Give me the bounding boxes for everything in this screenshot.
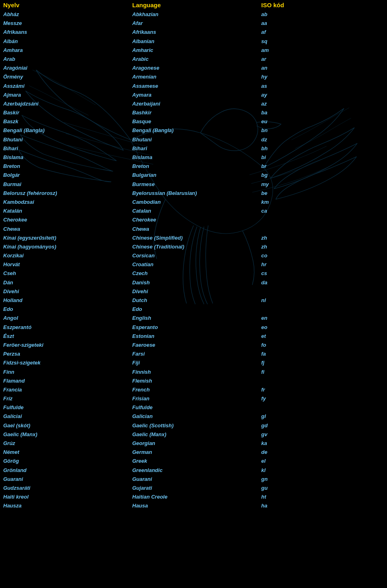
cell-nyelv: Bislama (0, 153, 129, 162)
cell-iso: de (258, 448, 387, 457)
table-row: GudzsarátiGujaratigu (0, 484, 387, 493)
cell-iso: ht (258, 493, 387, 501)
cell-nyelv: Dán (0, 278, 129, 287)
cell-nyelv: Chewa (0, 225, 129, 234)
table-row: KorzikaiCorsicanco (0, 251, 387, 260)
cell-nyelv: Abház (0, 10, 129, 19)
cell-nyelv: Kínai (hagyományos) (0, 242, 129, 251)
cell-language: Aymara (129, 91, 258, 99)
cell-nyelv: Ajmara (0, 91, 129, 99)
cell-iso: am (258, 46, 387, 55)
cell-iso: fj (258, 358, 387, 367)
cell-iso: co (258, 251, 387, 260)
table-row: MesszeAfaraa (0, 19, 387, 28)
table-row: AmharaAmharicam (0, 46, 387, 55)
table-row: GrúzGeorgianka (0, 439, 387, 448)
cell-iso: ay (258, 91, 387, 99)
header-iso: ISO kód (258, 0, 387, 10)
table-row: BhutaniBhutanidz (0, 135, 387, 144)
cell-language: Assamese (129, 82, 258, 91)
cell-iso: ab (258, 10, 387, 19)
table-row: ArabArabicar (0, 55, 387, 64)
cell-nyelv: Német (0, 448, 129, 457)
table-row: AsszámiAssameseas (0, 82, 387, 91)
cell-language: Gaelic (Scottish) (129, 421, 258, 430)
table-row: AragóniaiAragonesean (0, 64, 387, 72)
cell-nyelv: Cseh (0, 269, 129, 278)
cell-iso: ka (258, 439, 387, 448)
cell-nyelv: Galíciai (0, 412, 129, 421)
table-row: DánDanishda (0, 278, 387, 287)
table-row: Kínai (hagyományos)Chinese (Traditional)… (0, 242, 387, 251)
cell-language: Guarani (129, 475, 258, 484)
cell-nyelv: Arab (0, 55, 129, 64)
cell-iso: my (258, 180, 387, 189)
table-row: AzerbajdzsániAzerbaijaniaz (0, 99, 387, 108)
cell-iso: bh (258, 144, 387, 153)
cell-iso: be (258, 189, 387, 198)
cell-iso: as (258, 82, 387, 91)
cell-iso (258, 225, 387, 234)
cell-nyelv: Francia (0, 385, 129, 394)
cell-nyelv: Flamand (0, 377, 129, 385)
cell-iso (258, 403, 387, 412)
cell-nyelv: Gudzsaráti (0, 484, 129, 493)
language-table: Nyelv Language ISO kód AbházAbkhazianabM… (0, 0, 387, 511)
table-row: GörögGreekel (0, 457, 387, 466)
table-row: GalíciaiGaliciangl (0, 412, 387, 421)
cell-language: Greenlandic (129, 466, 258, 475)
cell-nyelv: Bengali (Bangla) (0, 126, 129, 135)
main-container: Nyelv Language ISO kód AbházAbkhazianabM… (0, 0, 387, 511)
cell-language: Danish (129, 278, 258, 287)
table-row: Belorusz (fehérorosz)Byelorussian (Belar… (0, 189, 387, 198)
cell-language: Gujarati (129, 484, 258, 493)
cell-language: Farsi (129, 350, 258, 358)
table-row: EdoEdo (0, 305, 387, 314)
cell-iso: dz (258, 135, 387, 144)
cell-nyelv: Örmény (0, 72, 129, 81)
table-row: NémetGermande (0, 448, 387, 457)
table-row: Gaelic (Manx)Gaelic (Manx)gv (0, 430, 387, 439)
cell-iso: et (258, 332, 387, 341)
cell-language: Bulgarian (129, 171, 258, 180)
cell-iso: sq (258, 37, 387, 46)
cell-nyelv: Albán (0, 37, 129, 46)
cell-language: Hausa (129, 501, 258, 510)
table-row: BaszkBasqueeu (0, 117, 387, 126)
cell-language: French (129, 385, 258, 394)
table-row: ÉsztEstonianet (0, 332, 387, 341)
cell-nyelv: Finn (0, 368, 129, 377)
table-row: BurmaiBurmesemy (0, 180, 387, 189)
table-row: ÖrményArmenianhy (0, 72, 387, 81)
cell-nyelv: Guarani (0, 475, 129, 484)
cell-nyelv: Amhara (0, 46, 129, 55)
cell-iso: ha (258, 501, 387, 510)
cell-language: Divehi (129, 287, 258, 296)
table-row: Gael (skót)Gaelic (Scottish)gd (0, 421, 387, 430)
cell-iso: aa (258, 19, 387, 28)
table-row: DivehiDivehi (0, 287, 387, 296)
cell-language: Fulfulde (129, 403, 258, 412)
table-row: AlbánAlbaniansq (0, 37, 387, 46)
cell-language: Aragonese (129, 64, 258, 72)
cell-language: Afrikaans (129, 28, 258, 37)
header-language: Language (129, 0, 258, 10)
cell-iso: fa (258, 350, 387, 358)
cell-language: Dutch (129, 296, 258, 305)
cell-nyelv: Észt (0, 332, 129, 341)
table-row: Haiti kreolHaitian Creoleht (0, 493, 387, 501)
cell-iso: gd (258, 421, 387, 430)
cell-nyelv: Perzsa (0, 350, 129, 358)
cell-language: Czech (129, 269, 258, 278)
cell-nyelv: Belorusz (fehérorosz) (0, 189, 129, 198)
table-row: Fidzsi-szigetekFijifj (0, 358, 387, 367)
cell-language: Basque (129, 117, 258, 126)
cell-language: Breton (129, 162, 258, 171)
table-row: FrízFrisianfy (0, 394, 387, 403)
cell-nyelv: Gaelic (Manx) (0, 430, 129, 439)
cell-nyelv: Horvát (0, 260, 129, 269)
cell-nyelv: Aragóniai (0, 64, 129, 72)
cell-nyelv: Edo (0, 305, 129, 314)
cell-iso (258, 377, 387, 385)
cell-nyelv: Bihari (0, 144, 129, 153)
